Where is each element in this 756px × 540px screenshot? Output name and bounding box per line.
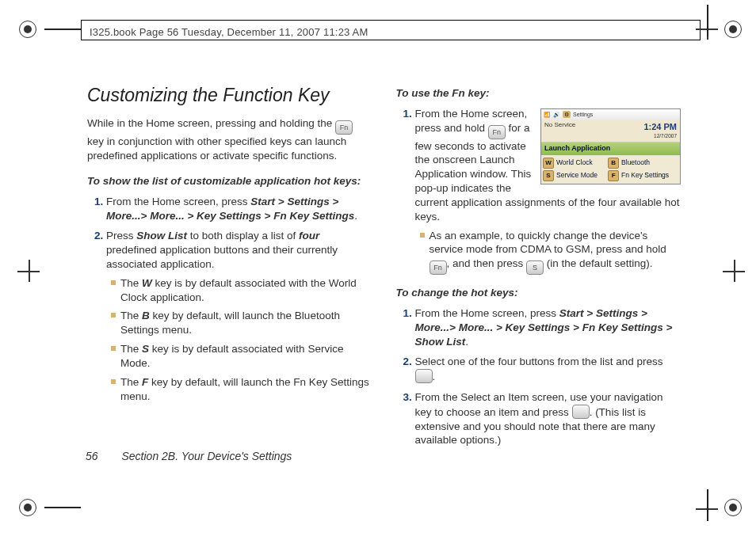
crop-mark-t bbox=[697, 19, 718, 40]
ss-cell-w: WWorld Clock bbox=[543, 157, 608, 169]
default-w: The W key is by default associated with … bbox=[111, 276, 372, 305]
ss-cell-f: FFn Key Settings bbox=[608, 169, 673, 182]
change-step-2: Select one of the four buttons from the … bbox=[415, 355, 682, 384]
change-step-3: From the Select an Item screen, use your… bbox=[415, 390, 682, 447]
fn-key-icon: Fn bbox=[335, 120, 353, 135]
step-1: From the Home screen, press Start > Sett… bbox=[106, 195, 372, 223]
ss-time: 1:24 PM bbox=[643, 122, 677, 131]
left-column: Customizing the Function Key While in th… bbox=[87, 75, 372, 461]
subhead-change-keys: To change the hot keys: bbox=[396, 286, 682, 300]
subhead-show-list: To show the list of customizable applica… bbox=[87, 174, 372, 188]
device-screenshot: 📶🔊 ⚙ Settings No Service 1:24 PM 12/7/20… bbox=[540, 108, 681, 184]
ss-cell-s: SService Mode bbox=[543, 169, 608, 182]
page-header-text: I325.book Page 56 Tuesday, December 11, … bbox=[90, 26, 368, 38]
registration-mark-tr bbox=[724, 21, 742, 38]
registration-mark-bl bbox=[19, 499, 36, 516]
key-defaults-list: The W key is by default associated with … bbox=[106, 276, 372, 404]
page-footer: 56 Section 2B. Your Device's Settings bbox=[86, 450, 292, 462]
page-number: 56 bbox=[86, 450, 98, 462]
change-step-1: From the Home screen, press Start > Sett… bbox=[415, 306, 682, 348]
ss-settings-icon: ⚙ bbox=[563, 111, 571, 118]
ss-no-service: No Service bbox=[544, 121, 575, 141]
ss-title-bar: 📶🔊 ⚙ Settings bbox=[541, 109, 680, 120]
right-column: To use the Fn key: 📶🔊 ⚙ Settings No Serv… bbox=[396, 75, 682, 461]
intro-paragraph: While in the Home screen, pressing and h… bbox=[87, 116, 372, 163]
default-s: The S key is by default associated with … bbox=[111, 342, 372, 371]
steps-change-keys: From the Home screen, press Start > Sett… bbox=[401, 306, 682, 447]
crop-mark-l bbox=[19, 261, 40, 282]
crop-mark-b bbox=[697, 499, 718, 519]
ok-key-icon bbox=[572, 405, 590, 419]
steps-show-list: From the Home screen, press Start > Sett… bbox=[92, 195, 372, 404]
ok-key-icon bbox=[415, 369, 433, 383]
fn-key-icon: Fn bbox=[430, 260, 447, 275]
step-2: Press Show List to both display a list o… bbox=[106, 229, 372, 403]
ss-date: 12/7/2007 bbox=[654, 133, 677, 139]
s-key-icon: S bbox=[526, 260, 544, 275]
subhead-use-fn: To use the Fn key: bbox=[396, 86, 682, 101]
crop-mark-r bbox=[724, 261, 745, 282]
section-label: Section 2B. Your Device's Settings bbox=[121, 450, 292, 462]
use-example: As an example, to quickly change the dev… bbox=[420, 229, 682, 276]
ss-launch-title: Launch Application bbox=[541, 143, 680, 155]
ss-grid: WWorld Clock BBluetooth SService Mode FF… bbox=[541, 155, 680, 184]
default-b: The B key by default, will launch the Bl… bbox=[111, 309, 372, 337]
registration-mark-tl bbox=[19, 21, 36, 38]
default-f: The F key by default, will launch the Fn… bbox=[111, 375, 372, 404]
page-content: Customizing the Function Key While in th… bbox=[87, 75, 681, 461]
fn-key-icon: Fn bbox=[488, 125, 506, 139]
registration-mark-br bbox=[724, 499, 742, 516]
section-title: Customizing the Function Key bbox=[87, 83, 372, 107]
ss-cell-b: BBluetooth bbox=[608, 157, 673, 169]
ss-status-bar: No Service 1:24 PM 12/7/2007 bbox=[541, 120, 680, 143]
